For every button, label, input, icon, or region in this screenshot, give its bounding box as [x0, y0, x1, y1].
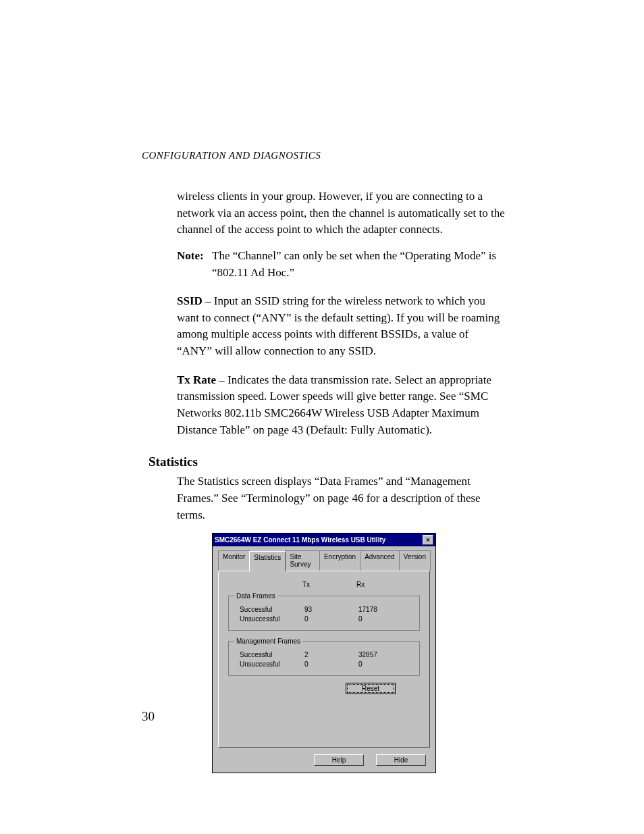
note-label: Note:	[177, 248, 212, 281]
row-label: Unsuccessful	[234, 615, 304, 623]
column-headers: Tx Rx	[302, 581, 420, 588]
statistics-intro: The Statistics screen displays “Data Fra…	[177, 473, 506, 523]
row-tx: 2	[304, 651, 358, 658]
row-tx: 93	[304, 606, 358, 613]
note-body: The “Channel” can only be set when the “…	[212, 248, 506, 281]
row-tx: 0	[304, 615, 358, 623]
ssid-body: – Input an SSID string for the wireless …	[177, 294, 500, 357]
col-rx: Rx	[356, 581, 410, 588]
table-row: Unsuccessful 0 0	[234, 660, 414, 668]
ssid-term: SSID	[177, 294, 203, 307]
txrate-term: Tx Rate	[177, 373, 216, 386]
dialog-bottom-buttons: Help Hide	[213, 752, 435, 773]
help-button[interactable]: Help	[314, 754, 364, 766]
table-row: Successful 2 32857	[234, 651, 414, 658]
table-row: Unsuccessful 0 0	[234, 615, 414, 623]
group-mgmt-frames: Management Frames Successful 2 32857 Uns…	[228, 637, 420, 676]
tab-statistics[interactable]: Statistics	[249, 551, 286, 571]
txrate-paragraph: Tx Rate – Indicates the data transmissio…	[177, 372, 506, 439]
row-tx: 0	[304, 660, 358, 668]
txrate-body: – Indicates the data transmission rate. …	[177, 373, 491, 436]
titlebar: SMC2664W EZ Connect 11 Mbps Wireless USB…	[213, 533, 435, 546]
legend-mgmt-frames: Management Frames	[234, 637, 302, 645]
tab-site-survey[interactable]: Site Survey	[285, 550, 320, 571]
row-rx: 0	[358, 660, 412, 668]
running-head: CONFIGURATION AND DIAGNOSTICS	[142, 150, 506, 161]
titlebar-text: SMC2664W EZ Connect 11 Mbps Wireless USB…	[215, 536, 385, 544]
close-icon[interactable]: ×	[423, 535, 433, 545]
ssid-paragraph: SSID – Input an SSID string for the wire…	[177, 293, 506, 360]
row-rx: 17178	[358, 606, 412, 613]
row-label: Successful	[234, 651, 304, 658]
tab-strip: Monitor Statistics Site Survey Encryptio…	[218, 550, 430, 571]
tab-version[interactable]: Version	[399, 550, 431, 571]
row-label: Successful	[234, 606, 304, 613]
note-row: Note: The “Channel” can only be set when…	[177, 248, 506, 281]
utility-dialog: SMC2664W EZ Connect 11 Mbps Wireless USB…	[212, 533, 436, 773]
hide-button[interactable]: Hide	[376, 754, 426, 766]
row-label: Unsuccessful	[234, 660, 304, 668]
tab-monitor[interactable]: Monitor	[218, 550, 250, 571]
row-rx: 0	[358, 615, 412, 623]
tab-encryption[interactable]: Encryption	[319, 550, 360, 571]
tab-advanced[interactable]: Advanced	[360, 550, 399, 571]
table-row: Successful 93 17178	[234, 606, 414, 613]
legend-data-frames: Data Frames	[234, 592, 277, 600]
reset-button[interactable]: Reset	[346, 683, 396, 694]
col-tx: Tx	[302, 581, 356, 588]
statistics-heading: Statistics	[149, 454, 506, 469]
tab-panel: Tx Rx Data Frames Successful 93 17178 Un…	[218, 571, 430, 748]
group-data-frames: Data Frames Successful 93 17178 Unsucces…	[228, 592, 420, 631]
page-number: 30	[142, 709, 155, 724]
paragraph-intro: wireless clients in your group. However,…	[177, 188, 506, 238]
row-rx: 32857	[358, 651, 412, 658]
